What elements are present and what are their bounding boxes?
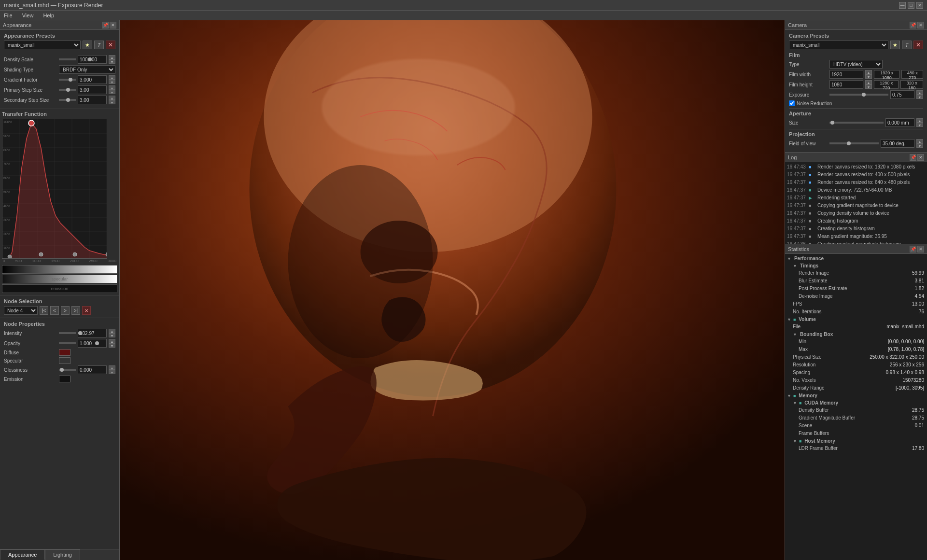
aperture-size-input[interactable]	[885, 118, 914, 127]
secondary-step-up[interactable]: ▲	[109, 96, 115, 100]
camera-pin-button[interactable]: 📌	[910, 22, 916, 28]
camera-delete-button[interactable]: ✕	[913, 41, 923, 49]
intensity-up[interactable]: ▲	[109, 329, 115, 333]
exposure-input[interactable]	[890, 90, 914, 99]
gradient-factor-input[interactable]	[78, 75, 107, 84]
primary-step-down[interactable]: ▼	[109, 90, 115, 94]
density-scale-thumb	[88, 57, 92, 61]
exposure-down[interactable]: ▼	[916, 95, 923, 99]
appearance-close-button[interactable]: ✕	[110, 22, 116, 28]
node-dropdown[interactable]: Node 4	[4, 306, 38, 315]
intensity-down[interactable]: ▼	[109, 333, 115, 337]
tab-appearance[interactable]: Appearance	[0, 549, 45, 560]
fov-input[interactable]	[881, 139, 914, 148]
log-content[interactable]: 16:47:43■Render canvas resized to: 1920 …	[785, 162, 927, 244]
primary-step-input[interactable]	[78, 85, 107, 94]
primary-step-up[interactable]: ▲	[109, 85, 115, 90]
density-scale-up[interactable]: ▲	[109, 55, 115, 59]
menu-bar: File View Help	[0, 11, 927, 20]
appearance-pin-button[interactable]: 📌	[102, 22, 109, 28]
log-pin-button[interactable]: 📌	[910, 154, 916, 161]
stats-content[interactable]: ▼Performance▼TimingsRender Image59.99Blu…	[785, 254, 927, 560]
stats-section-header: ▼Timings	[787, 262, 925, 269]
opacity-input[interactable]	[78, 339, 107, 348]
camera-preset-dropdown[interactable]: manix_small	[789, 41, 888, 49]
shading-type-dropdown[interactable]: BRDF Only	[59, 65, 115, 74]
tab-lighting[interactable]: Lighting	[45, 549, 80, 560]
svg-text:80%: 80%	[3, 148, 10, 152]
density-scale-down[interactable]: ▼	[109, 59, 115, 64]
menu-file[interactable]: File	[2, 13, 14, 18]
gradient-factor-down[interactable]: ▼	[109, 80, 115, 84]
aperture-size-up[interactable]: ▲	[916, 118, 923, 123]
film-height-down[interactable]: ▼	[865, 84, 872, 89]
fov-up[interactable]: ▲	[916, 139, 923, 143]
stats-close-button[interactable]: ✕	[917, 246, 924, 252]
minimize-button[interactable]: —	[899, 2, 906, 9]
menu-view[interactable]: View	[20, 13, 36, 18]
node-delete-button[interactable]: ✕	[82, 306, 91, 315]
primary-step-slider[interactable]	[59, 89, 76, 91]
appearance-preset-dropdown[interactable]: manix_small	[4, 41, 81, 49]
camera-star-button[interactable]: ★	[890, 41, 900, 49]
film-height-res1[interactable]: 1280 x 720	[874, 80, 899, 89]
menu-help[interactable]: Help	[41, 13, 56, 18]
noise-reduction-label: Noise Reduction	[797, 101, 832, 106]
maximize-button[interactable]: □	[908, 2, 914, 9]
camera-text-button[interactable]: T	[902, 41, 912, 49]
film-width-down[interactable]: ▼	[865, 74, 872, 79]
close-button[interactable]: ✕	[916, 2, 923, 9]
transfer-function-canvas[interactable]: 100% 90% 80% 70% 60% 50% 40% 30% 20% 10%	[2, 119, 107, 259]
film-width-res1[interactable]: 1920 x 1080	[874, 70, 899, 79]
aperture-size-slider[interactable]	[829, 122, 884, 124]
gradient-factor-slider[interactable]	[59, 79, 76, 81]
gradient-factor-up[interactable]: ▲	[109, 75, 115, 80]
film-height-input[interactable]	[829, 80, 863, 89]
stats-pin-button[interactable]: 📌	[910, 246, 916, 252]
tf-x-labels: 0 500 1000 1500 2000 2500 3000	[2, 259, 117, 263]
secondary-step-slider[interactable]	[59, 99, 76, 101]
density-scale-input[interactable]	[78, 55, 107, 64]
fov-label: Field of view	[789, 141, 828, 146]
exposure-slider[interactable]	[829, 94, 888, 96]
skull-svg	[120, 20, 785, 560]
glossiness-up[interactable]: ▲	[109, 365, 115, 370]
diffuse-color-swatch[interactable]	[59, 349, 70, 356]
intensity-spinner: ▲ ▼	[109, 329, 115, 337]
exposure-up[interactable]: ▲	[916, 90, 923, 95]
secondary-step-down[interactable]: ▼	[109, 100, 115, 104]
film-height-res2[interactable]: 320 x 180	[900, 80, 923, 89]
appearance-star-button[interactable]: ★	[83, 41, 92, 49]
density-scale-slider[interactable]	[59, 58, 76, 60]
emission-color-swatch[interactable]	[59, 376, 70, 382]
node-last-button[interactable]: >|	[71, 306, 80, 315]
opacity-slider[interactable]	[59, 342, 76, 344]
film-type-dropdown[interactable]: HDTV (video)	[829, 60, 883, 69]
opacity-down[interactable]: ▼	[109, 343, 115, 348]
fov-down[interactable]: ▼	[916, 143, 923, 148]
glossiness-slider[interactable]	[59, 369, 76, 371]
film-width-input[interactable]	[829, 70, 863, 79]
glossiness-input[interactable]	[78, 365, 107, 374]
film-height-up[interactable]: ▲	[865, 80, 872, 84]
aperture-size-down[interactable]: ▼	[916, 123, 923, 127]
node-next-button[interactable]: >	[61, 306, 70, 315]
film-width-res2[interactable]: 480 x 270	[901, 70, 923, 79]
glossiness-down[interactable]: ▼	[109, 370, 115, 374]
opacity-up[interactable]: ▲	[109, 339, 115, 343]
intensity-slider[interactable]	[59, 332, 76, 334]
stats-panel-header: Statistics 📌 ✕	[785, 244, 927, 254]
camera-close-button[interactable]: ✕	[917, 22, 924, 28]
node-prev-button[interactable]: <	[50, 306, 59, 315]
appearance-text-button[interactable]: T	[94, 41, 104, 49]
intensity-input[interactable]	[78, 329, 107, 337]
fov-slider[interactable]	[829, 142, 879, 144]
specular-color-swatch[interactable]	[59, 357, 70, 364]
film-width-up[interactable]: ▲	[865, 70, 872, 74]
node-first-button[interactable]: |<	[40, 306, 48, 315]
noise-reduction-checkbox[interactable]	[789, 100, 795, 106]
secondary-step-input[interactable]	[78, 96, 107, 104]
center-viewport[interactable]	[120, 20, 785, 560]
appearance-delete-button[interactable]: ✕	[106, 41, 115, 49]
log-close-button[interactable]: ✕	[917, 154, 924, 161]
